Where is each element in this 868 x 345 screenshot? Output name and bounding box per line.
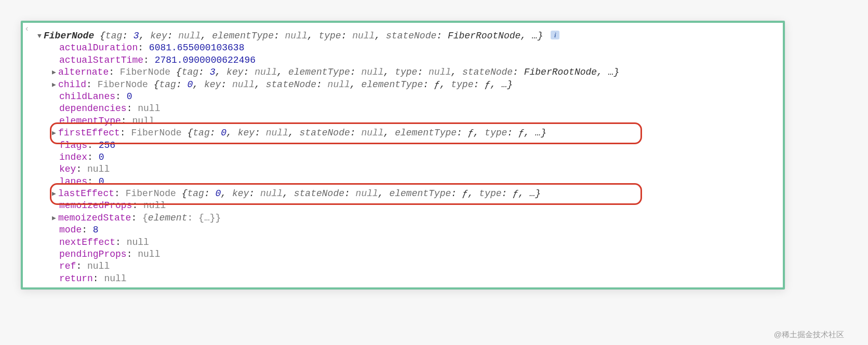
property-key[interactable]: key: null [33,163,772,175]
property-elementType[interactable]: elementType: null [33,115,772,127]
property-lanes[interactable]: lanes: 0 [33,176,772,188]
property-flags[interactable]: flags: 256 [33,140,772,151]
property-lastEffect[interactable]: ▶lastEffect: FiberNode {tag: 0, key: nul… [33,188,772,200]
property-memoizedProps[interactable]: memoizedProps: null [33,200,772,212]
property-ref[interactable]: ref: null [33,260,772,272]
property-memoizedState[interactable]: ▶memoizedState: {element: {…}} [33,212,772,224]
property-nextEffect[interactable]: nextEffect: null [33,237,772,249]
property-actualDuration[interactable]: actualDuration: 6081.655000103638 [33,42,772,54]
info-icon[interactable]: i [551,31,559,39]
property-index[interactable]: index: 0 [33,151,772,163]
property-actualStartTime[interactable]: actualStartTime: 2781.0900000622496 [33,54,772,66]
property-alternate[interactable]: ▶alternate: FiberNode {tag: 3, key: null… [33,66,772,78]
expand-toggle-icon[interactable]: ▶ [52,81,58,90]
back-arrow-icon[interactable]: ‹ [24,24,30,35]
expand-toggle-icon[interactable]: ▶ [52,190,58,199]
property-pendingProps[interactable]: pendingProps: null [33,249,772,260]
property-mode[interactable]: mode: 8 [33,224,772,236]
property-child[interactable]: ▶child: FiberNode {tag: 0, key: null, st… [33,79,772,91]
expand-toggle-icon[interactable]: ▶ [52,214,58,223]
expand-toggle-icon[interactable]: ▼ [37,32,44,41]
object-class-name: FiberNode [44,31,100,41]
property-dependencies[interactable]: dependencies: null [33,103,772,115]
property-return[interactable]: return: null [33,273,772,285]
property-childLanes[interactable]: childLanes: 0 [33,91,772,103]
object-tree[interactable]: ▼FiberNode {tag: 3, key: null, elementTy… [33,30,772,285]
property-firstEffect[interactable]: ▶firstEffect: FiberNode {tag: 0, key: nu… [33,127,772,139]
expand-toggle-icon[interactable]: ▶ [52,129,58,138]
expand-toggle-icon[interactable]: ▶ [52,68,58,77]
console-output-panel: ‹ ▼FiberNode {tag: 3, key: null, element… [21,21,785,289]
